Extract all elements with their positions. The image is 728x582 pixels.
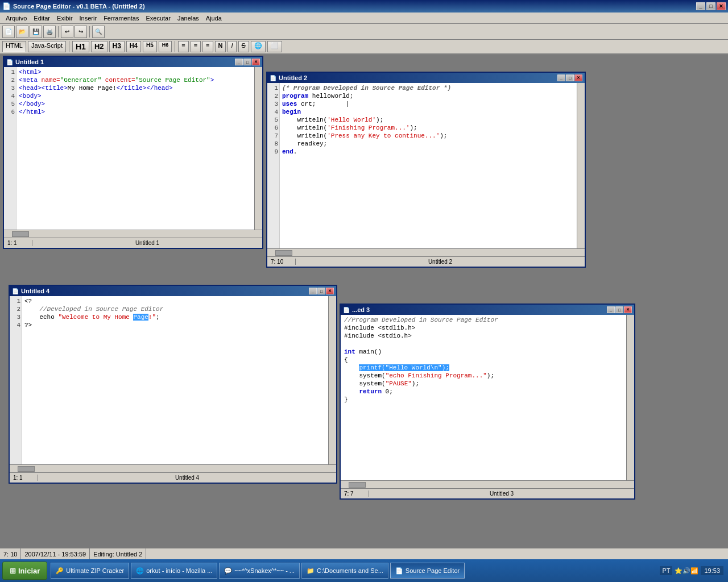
untitled2-maximize[interactable]: □ xyxy=(566,74,574,81)
cracker-icon: 🔑 xyxy=(56,567,64,575)
untitled4-title-bar[interactable]: 📄 Untitled 4 _ □ ✕ xyxy=(10,286,336,296)
untitled4-editor: 1 2 3 4 <? //Developed in Source Page Ed… xyxy=(10,296,336,464)
tab-javascript[interactable]: Java-Script xyxy=(28,41,66,52)
heading5-button[interactable]: H5 xyxy=(143,41,157,52)
format-sep2 xyxy=(175,41,175,52)
untitled2-line-numbers: 1 2 3 4 5 6 7 8 9 xyxy=(267,83,280,248)
untitled3-editor: //Program Developed in Source Page Edito… xyxy=(341,315,634,480)
untitled1-title-bar[interactable]: 📄 Untitled 1 _ □ ✕ xyxy=(4,57,262,67)
taskbar-item-browser[interactable]: 🌐 orkut - início - Mozilla ... xyxy=(131,563,217,579)
browser-label: orkut - início - Mozilla ... xyxy=(146,567,212,574)
taskbar-right: PT ⭐🔊📶 19:53 xyxy=(657,566,726,575)
untitled4-pos: 1: 1 xyxy=(10,475,38,481)
format-toolbar: HTML Java-Script H1 H2 H3 H4 H5 H6 ≡ ≡ ≡… xyxy=(0,40,728,55)
untitled3-maximize[interactable]: □ xyxy=(615,306,623,313)
maximize-button[interactable]: □ xyxy=(706,2,715,10)
heading4-button[interactable]: H4 xyxy=(126,41,141,52)
toolbar-sep1 xyxy=(58,26,59,38)
heading1-button[interactable]: H1 xyxy=(72,41,89,52)
align-center-button[interactable]: ≡ xyxy=(191,41,201,52)
table-button[interactable]: ⬜ xyxy=(267,41,282,52)
menu-arquivo[interactable]: Arquivo xyxy=(2,14,30,23)
untitled2-scrollbar-h[interactable] xyxy=(267,248,585,256)
taskbar-item-cracker[interactable]: 🔑 Ultimate ZIP Cracker xyxy=(51,563,129,579)
special-button[interactable]: 🌐 xyxy=(251,41,266,52)
align-right-button[interactable]: ≡ xyxy=(202,41,213,52)
app-title: Source Page Editor - v0.1 BETA - (Untitl… xyxy=(13,3,696,10)
explorer-icon: 📁 xyxy=(307,567,315,575)
menu-executar[interactable]: Executar xyxy=(142,14,173,23)
untitled1-code[interactable]: <html> <meta name="Generator" content="S… xyxy=(16,67,254,230)
untitled2-code[interactable]: (* Program Developed in Source Page Edit… xyxy=(280,83,577,248)
new-file-button[interactable]: 📄 xyxy=(2,26,15,38)
workspace: 📄 Untitled 1 _ □ ✕ 1 2 3 4 5 6 <html> <m… xyxy=(0,55,728,559)
taskbar: ⊞ Iniciar 🔑 Ultimate ZIP Cracker 🌐 orkut… xyxy=(0,559,728,582)
menu-editar[interactable]: Editar xyxy=(30,14,53,23)
menu-inserir[interactable]: Inserir xyxy=(76,14,101,23)
heading3-button[interactable]: H3 xyxy=(109,41,125,52)
taskbar-item-editor[interactable]: 📄 Source Page Editor xyxy=(390,563,465,579)
untitled4-scrollbar-h[interactable] xyxy=(10,464,336,472)
align-left-button[interactable]: ≡ xyxy=(178,41,188,52)
untitled4-minimize[interactable]: _ xyxy=(309,288,317,294)
heading2-button[interactable]: H2 xyxy=(91,41,107,52)
untitled1-scrollbar-v[interactable] xyxy=(254,67,262,230)
bold-button[interactable]: N xyxy=(215,41,226,52)
untitled4-scrollbar-v[interactable] xyxy=(328,296,336,464)
print-button[interactable]: 🖨️ xyxy=(43,26,56,38)
menu-ferramentas[interactable]: Ferramentas xyxy=(100,14,142,23)
untitled4-code[interactable]: <? //Developed in Source Page Editor ech… xyxy=(22,296,328,464)
untitled1-scrollbar-h[interactable] xyxy=(4,230,262,238)
undo-button[interactable]: ↩ xyxy=(61,26,73,38)
start-button[interactable]: ⊞ Iniciar xyxy=(2,562,47,580)
untitled4-close[interactable]: ✕ xyxy=(326,288,334,294)
untitled3-buttons: _ □ ✕ xyxy=(607,306,632,313)
explorer-label: C:\Documents and Se... xyxy=(317,567,383,574)
italic-button[interactable]: I xyxy=(228,41,236,52)
untitled2-title-bar[interactable]: 📄 Untitled 2 _ □ ✕ xyxy=(267,73,585,83)
untitled1-maximize[interactable]: □ xyxy=(243,59,251,65)
untitled2-minimize[interactable]: _ xyxy=(557,74,565,81)
strikethrough-button[interactable]: S xyxy=(238,41,249,52)
title-bar-buttons: _ □ ✕ xyxy=(696,2,726,10)
untitled2-close[interactable]: ✕ xyxy=(574,74,582,81)
status-position: 7: 10 xyxy=(0,548,21,559)
untitled3-scrollbar-h[interactable] xyxy=(341,480,634,488)
untitled2-buttons: _ □ ✕ xyxy=(557,74,582,81)
untitled3-minimize[interactable]: _ xyxy=(607,306,615,313)
close-button[interactable]: ✕ xyxy=(717,2,726,10)
untitled1-name: Untitled 1 xyxy=(32,240,262,246)
snake-label: ~~*^xSnakex^*~~ - ... xyxy=(234,567,295,574)
save-file-button[interactable]: 💾 xyxy=(30,26,42,38)
window-untitled3: 📄 ...ed 3 _ □ ✕ //Program Developed in S… xyxy=(340,304,635,500)
untitled3-title-bar[interactable]: 📄 ...ed 3 _ □ ✕ xyxy=(341,305,634,315)
untitled2-pos: 7: 10 xyxy=(267,259,296,265)
heading6-button[interactable]: H6 xyxy=(159,41,172,52)
untitled2-scrollbar-v[interactable] xyxy=(577,83,585,248)
redo-button[interactable]: ↪ xyxy=(75,26,87,38)
menu-exibir[interactable]: Exibir xyxy=(53,14,76,23)
menu-bar: Arquivo Editar Exibir Inserir Ferramenta… xyxy=(0,13,728,24)
untitled3-close[interactable]: ✕ xyxy=(624,306,632,313)
untitled1-close[interactable]: ✕ xyxy=(252,59,260,65)
menu-ajuda[interactable]: Ajuda xyxy=(202,14,225,23)
minimize-button[interactable]: _ xyxy=(696,2,705,10)
main-status-bar: 7: 10 2007/12/11 - 19:53:59 Editing: Unt… xyxy=(0,548,728,559)
untitled4-maximize[interactable]: □ xyxy=(317,288,325,294)
menu-janelas[interactable]: Janelas xyxy=(174,14,202,23)
taskbar-item-explorer[interactable]: 📁 C:\Documents and Se... xyxy=(301,563,388,579)
untitled1-title: Untitled 1 xyxy=(15,59,235,65)
find-button[interactable]: 🔍 xyxy=(92,26,105,38)
untitled1-minimize[interactable]: _ xyxy=(235,59,243,65)
untitled3-code[interactable]: //Program Developed in Source Page Edito… xyxy=(341,315,626,480)
tab-html[interactable]: HTML xyxy=(2,41,26,52)
open-file-button[interactable]: 📂 xyxy=(16,26,28,38)
untitled1-editor: 1 2 3 4 5 6 <html> <meta name="Generator… xyxy=(4,67,262,230)
untitled4-name: Untitled 4 xyxy=(38,475,336,481)
taskbar-item-snake[interactable]: 💬 ~~*^xSnakex^*~~ - ... xyxy=(219,563,300,579)
status-datetime: 2007/12/11 - 19:53:59 xyxy=(21,548,90,559)
untitled3-scrollbar-v[interactable] xyxy=(626,315,634,480)
untitled3-name: Untitled 3 xyxy=(369,490,634,497)
clock: 19:53 xyxy=(701,566,723,575)
start-windows-icon: ⊞ xyxy=(10,567,16,575)
